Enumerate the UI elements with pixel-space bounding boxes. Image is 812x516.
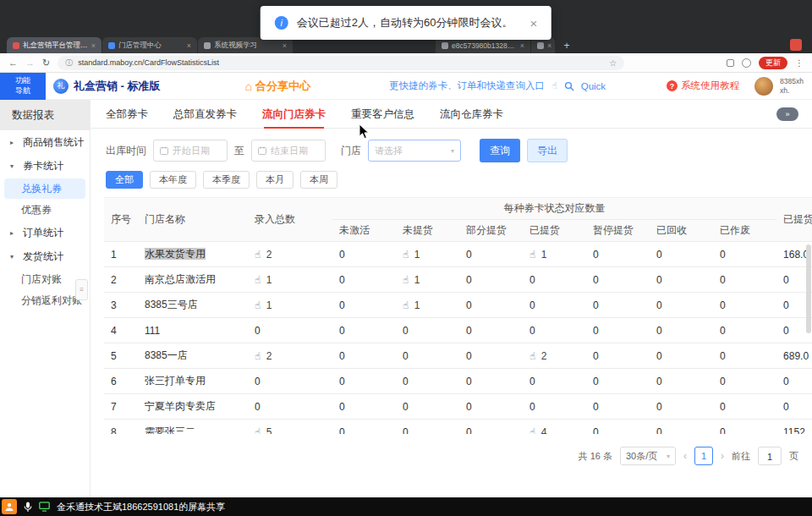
- page-number-button[interactable]: 1: [694, 447, 713, 465]
- cell-status: 0: [332, 343, 396, 369]
- sidebar-item[interactable]: 优惠券: [4, 200, 85, 220]
- tutorial-link[interactable]: ? 系统使用教程: [667, 80, 739, 92]
- cell-total: ☝ 5: [248, 420, 332, 435]
- tab-close-icon[interactable]: ×: [547, 41, 551, 50]
- header-right: 更快捷的券卡、订单和快递查询入口 ☝ Quick ? 系统使用教程 8385xh…: [389, 77, 812, 96]
- main-tab[interactable]: 重要客户信息: [351, 100, 414, 129]
- tab-close-icon[interactable]: ×: [187, 41, 191, 50]
- sidebar-group[interactable]: ▾券卡统计: [0, 154, 90, 178]
- url-field[interactable]: ⓘ standard.maboy.cn/CardFlowStatisticsLi…: [58, 56, 624, 70]
- function-nav-button[interactable]: 功能 导航: [0, 73, 46, 100]
- browser-update-button[interactable]: 更新: [759, 57, 787, 69]
- user-avatar[interactable]: [754, 77, 773, 96]
- extensions-icon[interactable]: [727, 59, 734, 67]
- browser-profile-badge[interactable]: [790, 39, 802, 51]
- tab-favicon: [442, 42, 448, 49]
- share-center-link[interactable]: ⌂ 合分享中心: [245, 79, 310, 94]
- hand-count-link[interactable]: ☝ 1: [403, 249, 420, 261]
- quick-filter[interactable]: 本周: [300, 171, 337, 189]
- hand-count-link[interactable]: ☝ 2: [529, 350, 546, 362]
- cell-status: 0: [396, 369, 459, 394]
- toast-close-icon[interactable]: ×: [529, 16, 537, 30]
- hand-count-link[interactable]: ☝ 1: [255, 299, 272, 311]
- tab-title: 门店管理中心: [118, 41, 184, 51]
- screen-share-icon[interactable]: [39, 502, 50, 512]
- sidebar-item[interactable]: 门店对账: [4, 269, 85, 289]
- pointer-hand-icon: ☝: [403, 299, 409, 311]
- main-tab[interactable]: 流向仓库券卡: [440, 100, 503, 129]
- microphone-icon[interactable]: [24, 502, 32, 513]
- browser-tab[interactable]: 门店管理中心×: [102, 37, 197, 53]
- main-tab[interactable]: 全部券卡: [106, 100, 148, 129]
- page-size-select[interactable]: 30条/页 ▾: [620, 447, 676, 465]
- store-select[interactable]: 请选择 ▾: [368, 140, 461, 162]
- col-status-2: 部分提货: [459, 220, 523, 242]
- pointer-hand-icon: ☝: [529, 249, 535, 261]
- main-tab[interactable]: 总部直发券卡: [173, 100, 237, 129]
- hand-count-link[interactable]: ☝ 2: [255, 249, 272, 261]
- next-page-button[interactable]: ›: [721, 450, 724, 462]
- cell-status: 0: [523, 369, 586, 394]
- hand-count-link[interactable]: ☝ 2: [255, 350, 272, 362]
- quick-filter[interactable]: 本年度: [150, 171, 196, 189]
- hand-count-link[interactable]: ☝ 4: [529, 426, 546, 435]
- back-icon[interactable]: ←: [8, 58, 18, 68]
- browser-menu-icon[interactable]: ⋮: [795, 58, 804, 68]
- sidebar-group[interactable]: ▸订单统计: [0, 221, 90, 244]
- tab-close-icon[interactable]: ×: [283, 41, 287, 50]
- cell-status: 0: [713, 267, 776, 293]
- browser-tab[interactable]: 礼盒营销平台管理中心×: [7, 37, 102, 53]
- cell-status: ☝ 1: [523, 242, 586, 267]
- end-date-input[interactable]: 结束日期: [251, 140, 326, 162]
- hand-count-link[interactable]: ☝ 5: [255, 426, 272, 435]
- address-bar-actions: 更新 ⋮: [727, 57, 804, 69]
- collapse-panel-button[interactable]: »: [776, 107, 798, 121]
- reload-icon[interactable]: ↻: [42, 58, 50, 69]
- bookmark-star-icon[interactable]: ☆: [609, 58, 617, 68]
- tab-close-icon[interactable]: ×: [520, 41, 524, 50]
- cell-status: 0: [459, 267, 523, 293]
- hand-count-link[interactable]: ☝ 1: [529, 249, 546, 261]
- start-date-input[interactable]: 开始日期: [153, 140, 228, 162]
- cell-status: 0: [650, 293, 713, 318]
- quick-filter[interactable]: 全部: [106, 171, 143, 189]
- browser-avatar-icon[interactable]: [742, 58, 751, 68]
- main-content: 全部券卡总部直发券卡流向门店券卡重要客户信息流向仓库券卡 » 出库时间 开始日期…: [91, 100, 812, 497]
- sidebar-item[interactable]: 兑换礼券: [4, 178, 85, 199]
- search-icon[interactable]: [564, 81, 574, 91]
- toast-message: 会议已超过2人，自动转为60分钟限时会议。: [297, 15, 513, 30]
- cell-amount: 0: [776, 369, 812, 394]
- share-app-icon[interactable]: [2, 499, 17, 514]
- col-status-5: 已回收: [650, 220, 713, 242]
- tab-title: 系统视频学习: [214, 41, 279, 51]
- search-button[interactable]: 查询: [480, 139, 520, 162]
- sidebar-group[interactable]: ▸商品销售统计: [0, 130, 90, 154]
- tab-close-icon[interactable]: ×: [91, 41, 96, 50]
- sidebar-resize-handle[interactable]: ≡: [75, 279, 88, 300]
- hand-count-link[interactable]: ☝ 1: [403, 274, 420, 286]
- quick-filter[interactable]: 本季度: [203, 171, 250, 189]
- quick-filter[interactable]: 本月: [256, 171, 294, 189]
- cell-status: ☝ 1: [396, 293, 459, 318]
- pointer-hand-icon: ☝: [551, 80, 557, 91]
- prev-page-button[interactable]: ‹: [683, 450, 687, 462]
- pointer-hand-icon: ☝: [255, 274, 261, 286]
- hand-count-link[interactable]: ☝ 1: [403, 299, 420, 311]
- cell-status: 0: [586, 242, 650, 267]
- new-tab-button[interactable]: +: [559, 38, 574, 53]
- site-info-icon[interactable]: ⓘ: [65, 58, 73, 69]
- main-tab[interactable]: 流向门店券卡: [262, 100, 326, 129]
- sidebar-group[interactable]: ▾发货统计: [0, 244, 90, 268]
- share-status-text: 金禾通技术王斌18662591081的屏幕共享: [57, 501, 225, 513]
- cell-status: 0: [586, 369, 650, 394]
- export-button[interactable]: 导出: [527, 139, 568, 162]
- table-scrollbar[interactable]: [806, 244, 811, 333]
- cell-index: 7: [104, 394, 138, 420]
- goto-page-input[interactable]: 1: [758, 447, 782, 465]
- sidebar-item[interactable]: 分销返利对账: [4, 290, 85, 310]
- forward-icon[interactable]: →: [25, 58, 35, 68]
- cell-status: 0: [396, 394, 459, 420]
- hand-count-link[interactable]: ☝ 1: [255, 274, 272, 286]
- quick-search-label[interactable]: Quick: [581, 81, 606, 91]
- cell-status: 0: [459, 369, 523, 394]
